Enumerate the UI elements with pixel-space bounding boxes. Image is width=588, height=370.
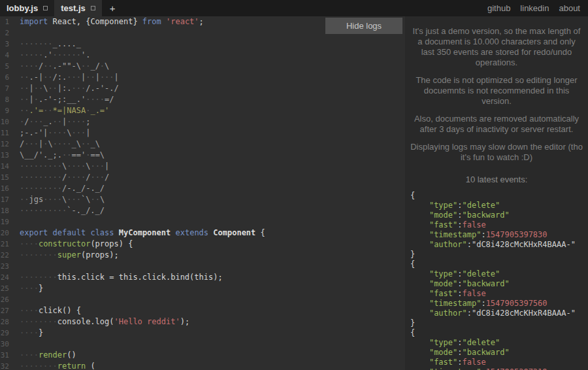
code-line[interactable]: 26: [0, 294, 405, 305]
event-log-line: {: [405, 260, 588, 269]
code-line[interactable]: 21····constructor(props) {: [0, 239, 405, 250]
plus-icon: +: [110, 3, 116, 14]
line-number: 21: [0, 239, 9, 250]
code-line[interactable]: 30: [0, 339, 405, 350]
code-text: ··.'=··*=|NASA·_.=': [9, 105, 109, 116]
code-line[interactable]: 14·········\····\···|: [0, 161, 405, 172]
code-text: ··.-|··/:.···|··|···|: [9, 72, 119, 83]
event-log-line: {: [405, 191, 588, 201]
code-line[interactable]: 13\__/'._;.··=='·==\: [0, 150, 405, 161]
line-number: 24: [0, 272, 9, 283]
code-text: ·········/-._/-._/: [9, 183, 105, 194]
close-tab-icon[interactable]: [43, 6, 48, 10]
code-text: \__/'._;.··=='·==\: [9, 150, 105, 161]
events-title: 10 latest events:: [405, 175, 588, 184]
code-text: ········console.log('Hello reddit');: [9, 316, 189, 328]
code-text: ;-.-'|····\···|: [9, 127, 90, 139]
line-number: 11: [0, 127, 9, 139]
code-editor[interactable]: 1import React, {Component} from 'react';…: [0, 16, 405, 370]
event-log-line: "fast":false: [405, 358, 588, 367]
code-text: ····}: [9, 283, 43, 294]
code-line[interactable]: 4·····.'······'.: [0, 50, 405, 61]
code-line[interactable]: 31····render(): [0, 350, 405, 361]
tab-lobby-js[interactable]: lobby.js: [0, 0, 54, 16]
line-number: 7: [0, 83, 9, 94]
topbar-spacer: [123, 0, 487, 16]
code-line[interactable]: 28········console.log('Hello reddit');: [0, 316, 405, 328]
code-line[interactable]: 25····}: [0, 283, 405, 294]
code-text: export default class MyComponent extends…: [9, 227, 265, 239]
line-number: 16: [0, 183, 9, 194]
linkedin-link[interactable]: linkedin: [520, 3, 549, 13]
line-number: 17: [0, 194, 9, 205]
line-number: 13: [0, 150, 9, 161]
code-line[interactable]: 27····click() {: [0, 305, 405, 316]
code-text: [9, 27, 20, 39]
info-paragraph: Displaying logs may slow down the editor…: [410, 142, 583, 163]
about-link[interactable]: about: [559, 3, 580, 13]
line-number: 22: [0, 250, 9, 261]
event-log-line: "type":"delete": [405, 269, 588, 279]
logs-panel: It's just a demo version, so the max len…: [405, 16, 588, 370]
code-line[interactable]: 11;-.-'|····\···|: [0, 127, 405, 139]
code-line[interactable]: 29····}: [0, 328, 405, 339]
code-line[interactable]: 17··jgs····\···`\··\: [0, 194, 405, 205]
event-log-line: {: [405, 328, 588, 338]
line-number: 25: [0, 283, 9, 294]
line-number: 3: [0, 39, 9, 50]
code-text: ····click() {: [9, 305, 81, 316]
code-line[interactable]: 23: [0, 261, 405, 272]
nav-links: github linkedin about: [487, 0, 588, 16]
line-number: 29: [0, 328, 9, 339]
code-text: ····render(): [9, 350, 76, 361]
new-tab-button[interactable]: +: [102, 0, 123, 16]
line-number: 1: [0, 16, 9, 27]
github-link[interactable]: github: [487, 3, 510, 13]
code-line[interactable]: 24········this.click = this.click.bind(t…: [0, 272, 405, 283]
event-log-line: "mode":"backward": [405, 348, 588, 358]
code-text: ··········`-._/._/: [9, 205, 105, 216]
event-log: { "type":"delete" "mode":"backward" "fas…: [405, 191, 588, 370]
close-tab-icon[interactable]: [91, 6, 95, 10]
code-line[interactable]: 20export default class MyComponent exten…: [0, 227, 405, 239]
line-number: 30: [0, 339, 9, 350]
event-log-line: "author":"dC8i428cMcKHxR4BAAA-": [405, 309, 588, 318]
tab-test-js[interactable]: test.js: [54, 0, 102, 16]
code-text: ·········/····/···/: [9, 172, 109, 183]
line-number: 26: [0, 294, 9, 305]
line-number: 9: [0, 105, 9, 116]
code-text: /···|·\····_\··_\: [9, 139, 100, 150]
code-line[interactable]: 3·······_...._: [0, 39, 405, 50]
code-text: ·····.'······'.: [9, 50, 90, 61]
code-text: ·······_...._: [9, 39, 81, 50]
main-content: 1import React, {Component} from 'react';…: [0, 16, 588, 370]
line-number: 27: [0, 305, 9, 316]
info-paragraph: Also, documents are removed automaticall…: [410, 114, 583, 135]
editor-lines: 1import React, {Component} from 'react';…: [0, 16, 405, 370]
code-text: [9, 339, 20, 350]
code-line[interactable]: 5····/··.-""-\··_/·\: [0, 61, 405, 72]
hide-logs-button[interactable]: Hide logs: [325, 18, 402, 34]
tab-label: lobby.js: [7, 3, 38, 13]
code-line[interactable]: 32········return (: [0, 361, 405, 370]
code-line[interactable]: 15·········/····/···/: [0, 172, 405, 183]
info-paragraph: The code is not optimized so editing lon…: [410, 75, 583, 107]
line-number: 20: [0, 227, 9, 239]
line-number: 28: [0, 316, 9, 328]
line-number: 19: [0, 216, 9, 227]
code-text: import React, {Component} from 'react';: [9, 16, 204, 27]
code-line[interactable]: 9··.'=··*=|NASA·_.=': [0, 105, 405, 116]
code-line[interactable]: 22········super(props);: [0, 250, 405, 261]
code-line[interactable]: 16·········/-._/-._/: [0, 183, 405, 194]
code-line[interactable]: 18··········`-._/._/: [0, 205, 405, 216]
code-line[interactable]: 12/···|·\····_\··_\: [0, 139, 405, 150]
code-line[interactable]: 19: [0, 216, 405, 227]
code-line[interactable]: 8··|·.-'-;:__.'····=/: [0, 94, 405, 105]
code-line[interactable]: 10·/···_.··|····;: [0, 116, 405, 127]
code-line[interactable]: 7··|··\··|:.···/.-'-./: [0, 83, 405, 94]
top-bar: lobby.js test.js + github linkedin about: [0, 0, 588, 16]
code-line[interactable]: 6··.-|··/:.···|··|···|: [0, 72, 405, 83]
line-number: 4: [0, 50, 9, 61]
line-number: 15: [0, 172, 9, 183]
code-text: ··jgs····\···`\··\: [9, 194, 105, 205]
